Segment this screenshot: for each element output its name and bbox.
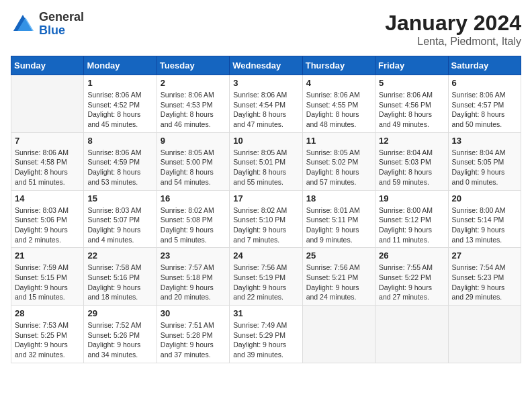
day-number: 14 <box>15 193 80 203</box>
day-number: 22 <box>87 250 152 261</box>
calendar-cell: 3Sunrise: 8:06 AMSunset: 4:54 PMDaylight… <box>230 75 302 133</box>
calendar-week-4: 21Sunrise: 7:59 AMSunset: 5:15 PMDayligh… <box>11 248 521 306</box>
day-info: Sunrise: 8:02 AMSunset: 5:08 PMDaylight:… <box>161 205 226 245</box>
day-number: 25 <box>306 250 371 261</box>
calendar-cell: 11Sunrise: 8:05 AMSunset: 5:02 PMDayligh… <box>302 132 375 190</box>
day-number: 16 <box>161 193 226 203</box>
header-tuesday: Tuesday <box>157 56 229 75</box>
logo-icon <box>11 12 35 36</box>
day-number: 27 <box>452 250 517 261</box>
day-number: 4 <box>306 78 371 88</box>
day-number: 21 <box>15 250 80 261</box>
day-info: Sunrise: 7:54 AMSunset: 5:23 PMDaylight:… <box>452 263 517 302</box>
calendar-cell: 5Sunrise: 8:06 AMSunset: 4:56 PMDaylight… <box>375 75 448 133</box>
calendar-cell: 22Sunrise: 7:58 AMSunset: 5:16 PMDayligh… <box>84 248 157 306</box>
calendar-cell: 17Sunrise: 8:02 AMSunset: 5:10 PMDayligh… <box>230 190 302 248</box>
day-number: 13 <box>452 136 517 146</box>
calendar-cell: 1Sunrise: 8:06 AMSunset: 4:52 PMDaylight… <box>84 75 157 133</box>
day-info: Sunrise: 8:04 AMSunset: 5:03 PMDaylight:… <box>379 148 444 187</box>
calendar-subtitle: Lenta, Piedmont, Italy <box>385 36 521 48</box>
calendar-cell <box>448 306 521 363</box>
day-number: 31 <box>233 308 298 318</box>
logo-blue: Blue <box>39 24 84 38</box>
calendar-cell: 31Sunrise: 7:49 AMSunset: 5:29 PMDayligh… <box>230 306 302 363</box>
day-number: 26 <box>379 250 444 261</box>
day-number: 2 <box>161 78 226 88</box>
day-number: 15 <box>87 193 152 203</box>
calendar-cell: 16Sunrise: 8:02 AMSunset: 5:08 PMDayligh… <box>157 190 229 248</box>
day-number: 12 <box>379 136 444 146</box>
calendar-body: 1Sunrise: 8:06 AMSunset: 4:52 PMDaylight… <box>11 75 521 363</box>
calendar-cell: 13Sunrise: 8:04 AMSunset: 5:05 PMDayligh… <box>448 132 521 190</box>
calendar-cell: 9Sunrise: 8:05 AMSunset: 5:00 PMDaylight… <box>157 132 229 190</box>
calendar-cell: 24Sunrise: 7:56 AMSunset: 5:19 PMDayligh… <box>230 248 302 306</box>
calendar-cell: 25Sunrise: 7:56 AMSunset: 5:21 PMDayligh… <box>302 248 375 306</box>
logo-text: General Blue <box>39 11 84 38</box>
header-wednesday: Wednesday <box>230 56 302 75</box>
header-friday: Friday <box>375 56 448 75</box>
day-number: 3 <box>233 78 298 88</box>
calendar-cell: 18Sunrise: 8:01 AMSunset: 5:11 PMDayligh… <box>302 190 375 248</box>
logo: General Blue <box>11 11 84 38</box>
calendar-cell: 19Sunrise: 8:00 AMSunset: 5:12 PMDayligh… <box>375 190 448 248</box>
day-number: 8 <box>87 136 152 146</box>
title-block: January 2024 Lenta, Piedmont, Italy <box>385 11 521 48</box>
day-number: 23 <box>161 250 226 261</box>
calendar-cell: 28Sunrise: 7:53 AMSunset: 5:25 PMDayligh… <box>11 306 84 363</box>
day-number: 5 <box>379 78 444 88</box>
day-number: 7 <box>15 136 80 146</box>
day-info: Sunrise: 7:51 AMSunset: 5:28 PMDaylight:… <box>161 320 226 360</box>
calendar-week-2: 7Sunrise: 8:06 AMSunset: 4:58 PMDaylight… <box>11 132 521 190</box>
calendar-week-3: 14Sunrise: 8:03 AMSunset: 5:06 PMDayligh… <box>11 190 521 248</box>
calendar-cell: 14Sunrise: 8:03 AMSunset: 5:06 PMDayligh… <box>11 190 84 248</box>
calendar-week-5: 28Sunrise: 7:53 AMSunset: 5:25 PMDayligh… <box>11 306 521 363</box>
day-number: 11 <box>306 136 371 146</box>
calendar-cell: 7Sunrise: 8:06 AMSunset: 4:58 PMDaylight… <box>11 132 84 190</box>
header-thursday: Thursday <box>302 56 375 75</box>
day-info: Sunrise: 8:06 AMSunset: 4:58 PMDaylight:… <box>15 148 80 187</box>
calendar-title: January 2024 <box>385 11 521 36</box>
calendar-cell: 12Sunrise: 8:04 AMSunset: 5:03 PMDayligh… <box>375 132 448 190</box>
day-info: Sunrise: 8:06 AMSunset: 4:53 PMDaylight:… <box>161 90 226 130</box>
calendar-header: SundayMondayTuesdayWednesdayThursdayFrid… <box>11 56 521 75</box>
day-number: 10 <box>233 136 298 146</box>
day-info: Sunrise: 7:53 AMSunset: 5:25 PMDaylight:… <box>15 320 80 360</box>
day-number: 1 <box>87 78 152 88</box>
day-info: Sunrise: 8:03 AMSunset: 5:07 PMDaylight:… <box>87 205 152 245</box>
calendar-cell: 2Sunrise: 8:06 AMSunset: 4:53 PMDaylight… <box>157 75 229 133</box>
day-info: Sunrise: 7:55 AMSunset: 5:22 PMDaylight:… <box>379 263 444 302</box>
day-number: 19 <box>379 193 444 203</box>
day-info: Sunrise: 7:57 AMSunset: 5:18 PMDaylight:… <box>161 263 226 302</box>
calendar-cell: 26Sunrise: 7:55 AMSunset: 5:22 PMDayligh… <box>375 248 448 306</box>
header-sunday: Sunday <box>11 56 84 75</box>
calendar-cell: 10Sunrise: 8:05 AMSunset: 5:01 PMDayligh… <box>230 132 302 190</box>
day-number: 20 <box>452 193 517 203</box>
day-info: Sunrise: 7:58 AMSunset: 5:16 PMDaylight:… <box>87 263 152 302</box>
day-info: Sunrise: 8:03 AMSunset: 5:06 PMDaylight:… <box>15 205 80 245</box>
calendar-cell <box>375 306 448 363</box>
calendar-cell: 29Sunrise: 7:52 AMSunset: 5:26 PMDayligh… <box>84 306 157 363</box>
day-info: Sunrise: 8:05 AMSunset: 5:02 PMDaylight:… <box>306 148 371 187</box>
day-number: 18 <box>306 193 371 203</box>
day-info: Sunrise: 8:05 AMSunset: 5:01 PMDaylight:… <box>233 148 298 187</box>
page-header: General Blue January 2024 Lenta, Piedmon… <box>11 11 521 48</box>
header-row: SundayMondayTuesdayWednesdayThursdayFrid… <box>11 56 521 75</box>
day-number: 24 <box>233 250 298 261</box>
day-info: Sunrise: 8:06 AMSunset: 4:56 PMDaylight:… <box>379 90 444 130</box>
day-info: Sunrise: 8:06 AMSunset: 4:57 PMDaylight:… <box>452 90 517 130</box>
logo-general: General <box>39 11 84 24</box>
day-number: 28 <box>15 308 80 318</box>
day-info: Sunrise: 8:00 AMSunset: 5:14 PMDaylight:… <box>452 205 517 245</box>
day-info: Sunrise: 7:49 AMSunset: 5:29 PMDaylight:… <box>233 320 298 360</box>
day-number: 17 <box>233 193 298 203</box>
day-info: Sunrise: 7:56 AMSunset: 5:19 PMDaylight:… <box>233 263 298 302</box>
day-number: 9 <box>161 136 226 146</box>
calendar-cell: 21Sunrise: 7:59 AMSunset: 5:15 PMDayligh… <box>11 248 84 306</box>
calendar-cell: 6Sunrise: 8:06 AMSunset: 4:57 PMDaylight… <box>448 75 521 133</box>
calendar-cell: 23Sunrise: 7:57 AMSunset: 5:18 PMDayligh… <box>157 248 229 306</box>
day-info: Sunrise: 7:59 AMSunset: 5:15 PMDaylight:… <box>15 263 80 302</box>
calendar-table: SundayMondayTuesdayWednesdayThursdayFrid… <box>11 56 521 363</box>
day-info: Sunrise: 7:52 AMSunset: 5:26 PMDaylight:… <box>87 320 152 360</box>
day-number: 29 <box>87 308 152 318</box>
calendar-cell: 20Sunrise: 8:00 AMSunset: 5:14 PMDayligh… <box>448 190 521 248</box>
